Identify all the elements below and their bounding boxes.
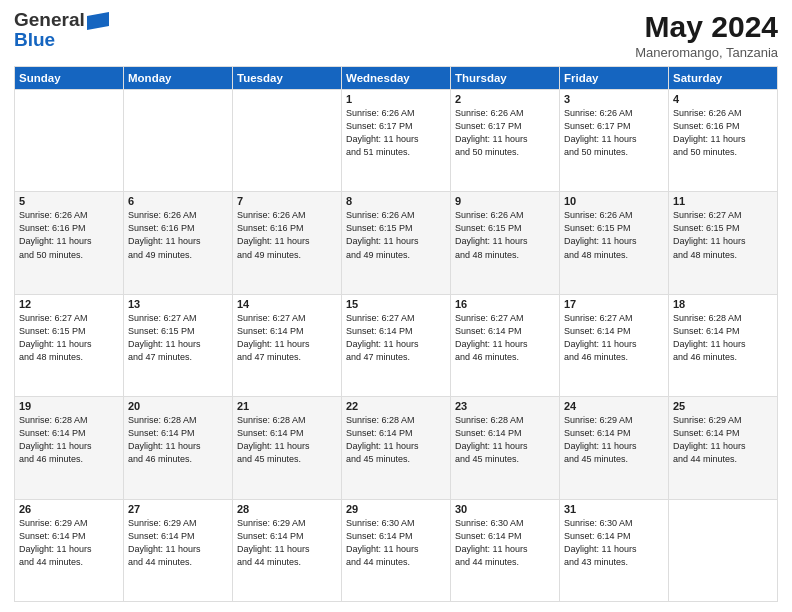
day-number: 11 [673,195,773,207]
calendar-cell: 7Sunrise: 6:26 AM Sunset: 6:16 PM Daylig… [233,192,342,294]
week-row-5: 26Sunrise: 6:29 AM Sunset: 6:14 PM Dayli… [15,499,778,601]
day-info: Sunrise: 6:26 AM Sunset: 6:17 PM Dayligh… [455,107,555,159]
calendar-cell: 28Sunrise: 6:29 AM Sunset: 6:14 PM Dayli… [233,499,342,601]
calendar-cell: 18Sunrise: 6:28 AM Sunset: 6:14 PM Dayli… [669,294,778,396]
day-number: 31 [564,503,664,515]
day-number: 18 [673,298,773,310]
header: General Blue May 2024 Maneromango, Tanza… [14,10,778,60]
day-number: 23 [455,400,555,412]
day-info: Sunrise: 6:26 AM Sunset: 6:15 PM Dayligh… [455,209,555,261]
day-number: 27 [128,503,228,515]
day-number: 24 [564,400,664,412]
day-info: Sunrise: 6:26 AM Sunset: 6:17 PM Dayligh… [564,107,664,159]
day-number: 5 [19,195,119,207]
day-info: Sunrise: 6:26 AM Sunset: 6:16 PM Dayligh… [673,107,773,159]
day-info: Sunrise: 6:26 AM Sunset: 6:16 PM Dayligh… [19,209,119,261]
calendar-cell: 29Sunrise: 6:30 AM Sunset: 6:14 PM Dayli… [342,499,451,601]
day-number: 7 [237,195,337,207]
calendar-cell: 20Sunrise: 6:28 AM Sunset: 6:14 PM Dayli… [124,397,233,499]
week-row-1: 1Sunrise: 6:26 AM Sunset: 6:17 PM Daylig… [15,90,778,192]
day-info: Sunrise: 6:26 AM Sunset: 6:16 PM Dayligh… [128,209,228,261]
calendar-cell: 23Sunrise: 6:28 AM Sunset: 6:14 PM Dayli… [451,397,560,499]
day-info: Sunrise: 6:27 AM Sunset: 6:15 PM Dayligh… [19,312,119,364]
calendar-cell: 25Sunrise: 6:29 AM Sunset: 6:14 PM Dayli… [669,397,778,499]
calendar-cell: 8Sunrise: 6:26 AM Sunset: 6:15 PM Daylig… [342,192,451,294]
calendar-cell: 5Sunrise: 6:26 AM Sunset: 6:16 PM Daylig… [15,192,124,294]
weekday-header-thursday: Thursday [451,67,560,90]
calendar-cell: 19Sunrise: 6:28 AM Sunset: 6:14 PM Dayli… [15,397,124,499]
logo: General Blue [14,10,109,50]
day-info: Sunrise: 6:29 AM Sunset: 6:14 PM Dayligh… [128,517,228,569]
logo-general: General [14,9,85,30]
day-info: Sunrise: 6:30 AM Sunset: 6:14 PM Dayligh… [455,517,555,569]
calendar-cell: 30Sunrise: 6:30 AM Sunset: 6:14 PM Dayli… [451,499,560,601]
day-number: 8 [346,195,446,207]
day-number: 22 [346,400,446,412]
day-info: Sunrise: 6:26 AM Sunset: 6:17 PM Dayligh… [346,107,446,159]
week-row-4: 19Sunrise: 6:28 AM Sunset: 6:14 PM Dayli… [15,397,778,499]
day-info: Sunrise: 6:28 AM Sunset: 6:14 PM Dayligh… [128,414,228,466]
calendar-cell: 12Sunrise: 6:27 AM Sunset: 6:15 PM Dayli… [15,294,124,396]
weekday-header-monday: Monday [124,67,233,90]
day-info: Sunrise: 6:28 AM Sunset: 6:14 PM Dayligh… [455,414,555,466]
week-row-2: 5Sunrise: 6:26 AM Sunset: 6:16 PM Daylig… [15,192,778,294]
day-number: 25 [673,400,773,412]
day-info: Sunrise: 6:27 AM Sunset: 6:14 PM Dayligh… [237,312,337,364]
day-number: 13 [128,298,228,310]
calendar-cell: 31Sunrise: 6:30 AM Sunset: 6:14 PM Dayli… [560,499,669,601]
weekday-header-tuesday: Tuesday [233,67,342,90]
logo-icon [87,12,109,38]
calendar-cell: 2Sunrise: 6:26 AM Sunset: 6:17 PM Daylig… [451,90,560,192]
day-number: 26 [19,503,119,515]
day-number: 28 [237,503,337,515]
calendar-cell: 14Sunrise: 6:27 AM Sunset: 6:14 PM Dayli… [233,294,342,396]
day-info: Sunrise: 6:27 AM Sunset: 6:14 PM Dayligh… [455,312,555,364]
day-number: 17 [564,298,664,310]
day-number: 6 [128,195,228,207]
calendar-cell: 17Sunrise: 6:27 AM Sunset: 6:14 PM Dayli… [560,294,669,396]
day-number: 9 [455,195,555,207]
location: Maneromango, Tanzania [635,45,778,60]
day-info: Sunrise: 6:29 AM Sunset: 6:14 PM Dayligh… [673,414,773,466]
calendar-cell: 21Sunrise: 6:28 AM Sunset: 6:14 PM Dayli… [233,397,342,499]
weekday-header-saturday: Saturday [669,67,778,90]
day-info: Sunrise: 6:26 AM Sunset: 6:15 PM Dayligh… [346,209,446,261]
weekday-header-row: SundayMondayTuesdayWednesdayThursdayFrid… [15,67,778,90]
calendar-cell: 22Sunrise: 6:28 AM Sunset: 6:14 PM Dayli… [342,397,451,499]
day-number: 14 [237,298,337,310]
day-number: 3 [564,93,664,105]
calendar-cell: 27Sunrise: 6:29 AM Sunset: 6:14 PM Dayli… [124,499,233,601]
day-number: 1 [346,93,446,105]
day-info: Sunrise: 6:26 AM Sunset: 6:15 PM Dayligh… [564,209,664,261]
day-info: Sunrise: 6:30 AM Sunset: 6:14 PM Dayligh… [346,517,446,569]
page: General Blue May 2024 Maneromango, Tanza… [0,0,792,612]
weekday-header-wednesday: Wednesday [342,67,451,90]
calendar-cell [669,499,778,601]
logo-blue: Blue [14,29,55,50]
day-number: 20 [128,400,228,412]
calendar-cell: 11Sunrise: 6:27 AM Sunset: 6:15 PM Dayli… [669,192,778,294]
day-info: Sunrise: 6:27 AM Sunset: 6:14 PM Dayligh… [564,312,664,364]
day-info: Sunrise: 6:27 AM Sunset: 6:15 PM Dayligh… [673,209,773,261]
calendar-cell: 10Sunrise: 6:26 AM Sunset: 6:15 PM Dayli… [560,192,669,294]
calendar-cell: 13Sunrise: 6:27 AM Sunset: 6:15 PM Dayli… [124,294,233,396]
calendar-cell [233,90,342,192]
day-number: 10 [564,195,664,207]
day-number: 29 [346,503,446,515]
svg-marker-0 [87,12,109,30]
calendar-table: SundayMondayTuesdayWednesdayThursdayFrid… [14,66,778,602]
day-info: Sunrise: 6:28 AM Sunset: 6:14 PM Dayligh… [237,414,337,466]
weekday-header-friday: Friday [560,67,669,90]
calendar-cell: 4Sunrise: 6:26 AM Sunset: 6:16 PM Daylig… [669,90,778,192]
calendar-cell: 15Sunrise: 6:27 AM Sunset: 6:14 PM Dayli… [342,294,451,396]
day-info: Sunrise: 6:30 AM Sunset: 6:14 PM Dayligh… [564,517,664,569]
calendar-cell: 9Sunrise: 6:26 AM Sunset: 6:15 PM Daylig… [451,192,560,294]
calendar-cell: 3Sunrise: 6:26 AM Sunset: 6:17 PM Daylig… [560,90,669,192]
calendar-cell: 16Sunrise: 6:27 AM Sunset: 6:14 PM Dayli… [451,294,560,396]
day-info: Sunrise: 6:27 AM Sunset: 6:15 PM Dayligh… [128,312,228,364]
day-number: 19 [19,400,119,412]
title-area: May 2024 Maneromango, Tanzania [635,10,778,60]
calendar-cell [124,90,233,192]
day-info: Sunrise: 6:27 AM Sunset: 6:14 PM Dayligh… [346,312,446,364]
day-number: 21 [237,400,337,412]
